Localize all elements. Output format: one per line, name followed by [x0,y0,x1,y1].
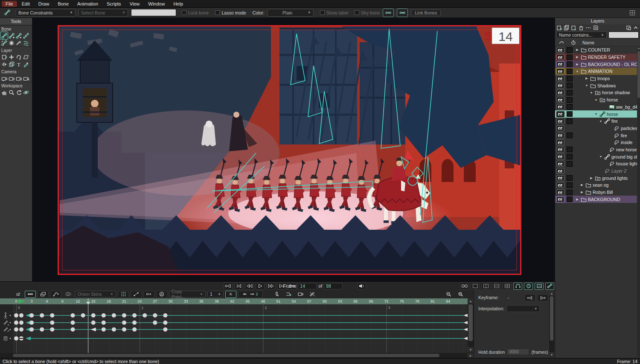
play-button[interactable] [256,283,265,290]
zoom-camera-tool[interactable] [8,75,15,82]
animate-checkbox[interactable] [567,97,573,103]
animate-checkbox[interactable] [567,55,573,60]
mute-audio-button[interactable] [357,283,366,290]
split-bone-icon[interactable] [383,9,394,17]
scroll-up-icon[interactable]: ▲ [637,46,640,50]
visibility-eyes-icon[interactable] [556,61,564,67]
key-nav-button[interactable] [143,291,154,298]
scroll-down-icon[interactable]: ▼ [468,347,474,352]
layer-row-particles[interactable]: particles [555,125,640,132]
reparent-bone-tool[interactable] [15,32,22,39]
scroll-up-icon[interactable]: ▲ [468,298,474,303]
keyframe-panel-scrollbar[interactable]: ▲ ▼ [549,291,554,357]
bone-constraints-dropdown[interactable]: Bone Constraints▼ [16,9,76,17]
visibility-eyes-icon[interactable] [556,47,564,53]
go-to-start-button[interactable] [234,283,243,290]
bind-points-tool[interactable] [15,39,22,46]
layer-row-shadows[interactable]: ▼Shadows [555,82,640,89]
layer-row-sean-og[interactable]: ▶sean og [555,182,640,189]
shear-layer-tool[interactable] [22,53,29,61]
pan-workspace-tool[interactable] [0,89,8,96]
visibility-eyes-icon[interactable] [556,168,564,174]
menu-window[interactable]: Window [144,1,169,7]
camera-track-button[interactable] [295,291,305,298]
visibility-eyes-icon[interactable] [556,133,564,139]
layer-row-inside[interactable]: inside [555,139,640,146]
prev-keyframe-button[interactable] [524,294,535,301]
visibility-eyes-icon[interactable] [556,54,564,60]
visibility-eyes-icon[interactable] [556,118,564,124]
link-bones-button[interactable]: Link Bones [411,9,441,16]
merge-bone-icon[interactable] [397,9,408,17]
animate-checkbox[interactable] [567,147,573,152]
vscroll-thumb[interactable] [637,51,640,98]
window-grid-icon[interactable] [627,9,637,17]
visibility-eyes-icon[interactable] [556,125,564,131]
menu-edit[interactable]: Edit [18,1,34,7]
twirl-closed-icon[interactable]: ▶ [575,55,579,59]
name-filter-dropdown[interactable]: Name contains...▼ [556,32,607,38]
visibility-eyes-icon[interactable] [556,189,564,195]
animate-checkbox[interactable] [567,104,573,110]
twirl-closed-icon[interactable]: ▶ [575,48,579,52]
timeline-ruler[interactable]: 0369121518212427303336394245485154576063… [0,298,468,304]
step-forward-button[interactable] [266,283,275,290]
canvas-viewport[interactable]: SC 14 [32,18,555,281]
keyframe-mode-button[interactable]: K [225,291,236,298]
twirl-closed-icon[interactable]: ▶ [575,63,579,66]
show-label-checkbox[interactable]: Show label [320,10,348,15]
visibility-eyes-icon[interactable] [556,75,564,81]
roll-camera-tool[interactable] [15,75,22,82]
vscroll-thumb[interactable] [468,304,473,341]
layer-row-ground-lights[interactable]: ▶ground lights [555,174,640,182]
layer-row-animation[interactable]: ▼ANIMATION [555,68,640,75]
bone-color-dropdown[interactable]: Plain▼ [268,9,314,17]
layer-channel-toggle[interactable] [38,291,49,298]
layer-row-robyn-bill[interactable]: ▶Robyn Bill [555,189,640,196]
animate-checkbox[interactable] [567,196,573,202]
bone-channel-toggle[interactable] [25,291,36,298]
twirl-closed-icon[interactable]: ▶ [585,77,589,80]
eyedropper-tool-tool[interactable] [22,61,29,68]
visibility-eyes-icon[interactable] [556,68,564,74]
bone-name-input[interactable] [131,9,176,16]
visibility-eyes-icon[interactable] [556,161,564,167]
graph-mode-button[interactable] [131,291,142,298]
twirl-open-icon[interactable]: ▼ [589,91,593,94]
scroll-right-icon[interactable]: ► [468,353,474,358]
layer-row-layer-2[interactable]: Layer 2 [555,168,640,175]
pop-out-panel-icon[interactable] [625,25,631,31]
add-point-tool[interactable] [8,53,15,61]
twirl-closed-icon[interactable]: ▶ [580,183,584,187]
twirl-closed-icon[interactable]: ▶ [589,176,593,180]
visibility-eyes-icon[interactable] [556,175,564,181]
animate-checkbox[interactable] [567,190,573,195]
interpolation-dropdown[interactable]: ▼ [506,305,540,312]
layer-row-horse-shadow[interactable]: ▼horse shadow [555,89,640,96]
layer-row-ww-bg-d4-21-0[interactable]: ww_bg_d4_21_0 [555,104,640,111]
more-options-icon[interactable] [585,25,591,31]
total-frames-input[interactable]: 98 [324,283,343,289]
rotate-workspace-tool[interactable] [15,89,22,96]
hold-duration-input[interactable]: 0000 [507,349,529,355]
visibility-eyes-icon[interactable] [556,182,564,188]
layer-script-icon[interactable] [593,25,599,31]
animate-checkbox[interactable] [567,69,573,74]
visibility-eyes-icon[interactable] [556,196,564,202]
menu-file[interactable]: File [2,1,17,7]
visibility-eyes-icon[interactable] [556,154,564,160]
new-reference-layer-icon[interactable] [571,25,577,31]
animate-checkbox[interactable] [567,76,573,81]
animate-checkbox[interactable] [567,47,573,53]
keyframe-tracks[interactable]: 0123 [0,304,468,353]
visibility-eyes-icon[interactable] [556,90,564,95]
track-camera-tool[interactable] [0,75,8,82]
animate-checkbox[interactable] [567,161,573,167]
twirl-closed-icon[interactable]: ▶ [580,191,584,194]
menu-scripts[interactable]: Scripts [103,1,125,7]
orbit-workspace-tool[interactable] [22,89,29,96]
onion-skin-icon[interactable] [63,291,73,298]
layer-row-counter[interactable]: ▶COUNTER [555,46,640,54]
step-back-button[interactable] [245,283,254,290]
rewind-loop-button[interactable] [224,283,233,290]
